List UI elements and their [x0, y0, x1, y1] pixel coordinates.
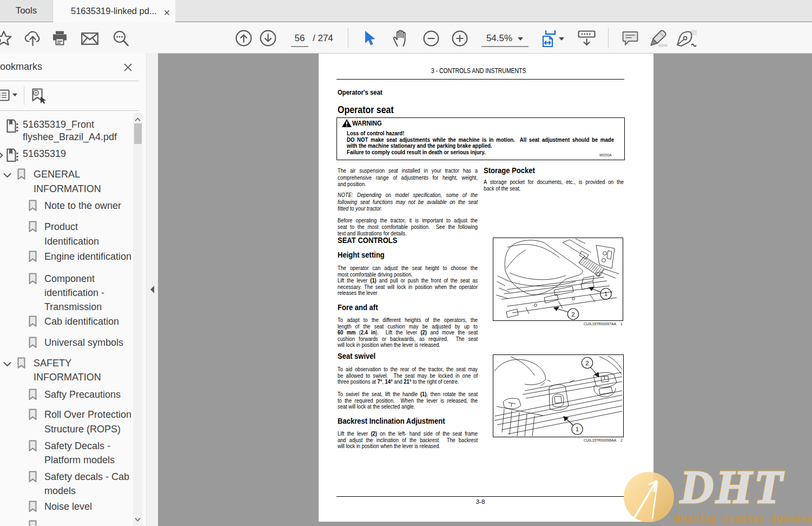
svg-text:2: 2	[571, 311, 575, 318]
svg-text:1: 1	[575, 426, 578, 432]
svg-text:1: 1	[604, 291, 607, 297]
svg-text:2: 2	[585, 360, 589, 366]
